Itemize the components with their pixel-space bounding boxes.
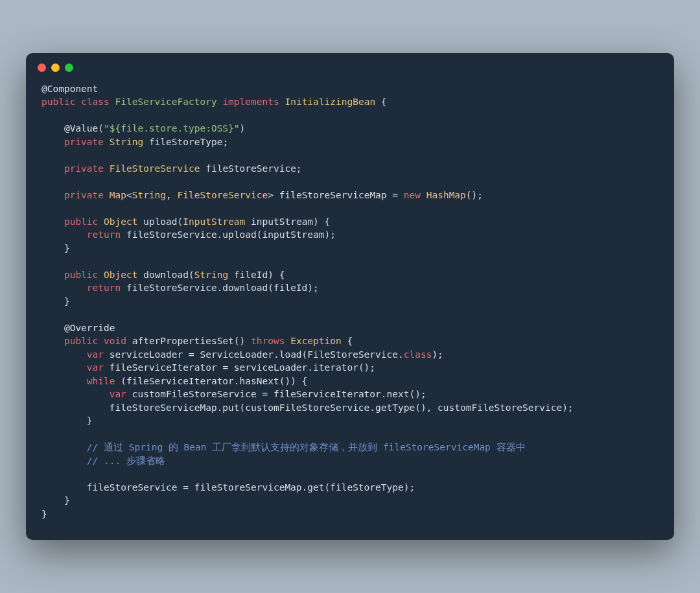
code-token: { xyxy=(381,97,387,107)
code-token: Object xyxy=(104,216,137,227)
code-token: private xyxy=(64,163,104,174)
code-content: @Component public class FileServiceFacto… xyxy=(26,76,674,541)
code-token: public xyxy=(41,97,75,107)
code-token: afterPropertiesSet xyxy=(132,336,234,346)
code-token: } xyxy=(41,509,47,519)
code-token: ); xyxy=(432,349,443,360)
code-token: fileStoreServiceMap.put(customFileStoreS… xyxy=(110,402,574,413)
code-token: () xyxy=(234,336,251,346)
code-token: fileServiceIterator.hasNext() xyxy=(126,376,290,386)
code-token: } xyxy=(87,415,93,426)
code-token: void xyxy=(104,336,126,346)
code-token: class xyxy=(404,349,432,360)
code-token: Map xyxy=(110,190,126,200)
code-token: InitializingBean xyxy=(285,97,375,107)
code-token: // ... 步骤省略 xyxy=(87,456,165,466)
code-token: FileServiceFactory xyxy=(115,97,217,107)
code-token: ( xyxy=(189,270,194,280)
code-token: var xyxy=(110,389,126,399)
code-token: @Component xyxy=(41,84,98,94)
code-token: String xyxy=(194,270,228,280)
code-token: // 通过 Spring 的 Bean 工厂拿到默认支持的对象存储，并放到 fi… xyxy=(87,442,526,452)
close-icon[interactable] xyxy=(38,64,46,72)
code-token: fileStoreServiceMap = xyxy=(279,190,404,200)
code-token: upload xyxy=(143,216,177,227)
code-token: private xyxy=(64,137,104,147)
code-token: var xyxy=(87,362,104,373)
code-token: fileStoreService.download(fileId); xyxy=(126,283,319,293)
code-token: (); xyxy=(466,190,483,200)
code-token: public xyxy=(64,336,98,346)
code-token: @Override xyxy=(64,323,115,333)
code-token: var xyxy=(87,349,104,360)
code-token: ) { xyxy=(313,216,330,227)
code-token: { xyxy=(347,336,353,346)
code-token: ( xyxy=(121,376,126,386)
code-token: ) { xyxy=(268,270,285,280)
code-token: ( xyxy=(98,123,104,134)
code-token: fileStoreService = fileStoreServiceMap.g… xyxy=(87,482,415,493)
code-token: public xyxy=(64,270,98,280)
window-titlebar xyxy=(26,53,674,76)
code-token: Exception xyxy=(290,336,342,346)
code-token: @Value xyxy=(64,123,98,134)
code-token: > xyxy=(268,190,279,200)
code-token: HashMap xyxy=(426,190,466,200)
code-token: fileStoreService.upload(inputStream); xyxy=(126,229,336,240)
code-token: , xyxy=(166,190,177,200)
code-token: fileStoreType; xyxy=(149,137,228,147)
code-window: @Component public class FileServiceFacto… xyxy=(26,53,674,541)
code-token: class xyxy=(81,97,110,107)
code-token: fileId xyxy=(234,270,268,280)
code-token: Object xyxy=(104,270,137,280)
code-token: public xyxy=(64,216,98,227)
code-token: inputStream xyxy=(251,216,313,227)
code-token: while xyxy=(87,376,115,386)
code-token: fileServiceIterator = serviceLoader.iter… xyxy=(110,362,375,373)
code-token: implements xyxy=(222,97,279,107)
code-token: FileStoreService xyxy=(178,190,268,200)
code-token: } xyxy=(64,495,70,506)
code-token: String xyxy=(110,137,143,147)
code-token: } xyxy=(64,296,70,307)
code-token: return xyxy=(87,229,121,240)
code-token: String xyxy=(132,190,166,200)
code-token: throws xyxy=(251,336,285,346)
code-token: ( xyxy=(178,216,183,227)
code-token: download xyxy=(143,270,189,280)
code-token: customFileStoreService = fileServiceIter… xyxy=(132,389,426,399)
code-token: InputStream xyxy=(183,216,245,227)
minimize-icon[interactable] xyxy=(51,64,60,72)
code-token: < xyxy=(126,190,132,200)
code-token: serviceLoader = ServiceLoader.load(FileS… xyxy=(110,349,404,360)
code-token: ) xyxy=(240,123,246,134)
code-token: "${file.store.type:OSS}" xyxy=(104,123,240,134)
code-token: fileStoreService; xyxy=(205,163,301,174)
code-token: return xyxy=(87,283,121,293)
code-token: private xyxy=(64,190,104,200)
code-token: } xyxy=(64,243,70,253)
code-token: ) { xyxy=(290,376,307,386)
code-token: FileStoreService xyxy=(110,163,200,174)
code-token: new xyxy=(404,190,421,200)
maximize-icon[interactable] xyxy=(65,64,73,72)
